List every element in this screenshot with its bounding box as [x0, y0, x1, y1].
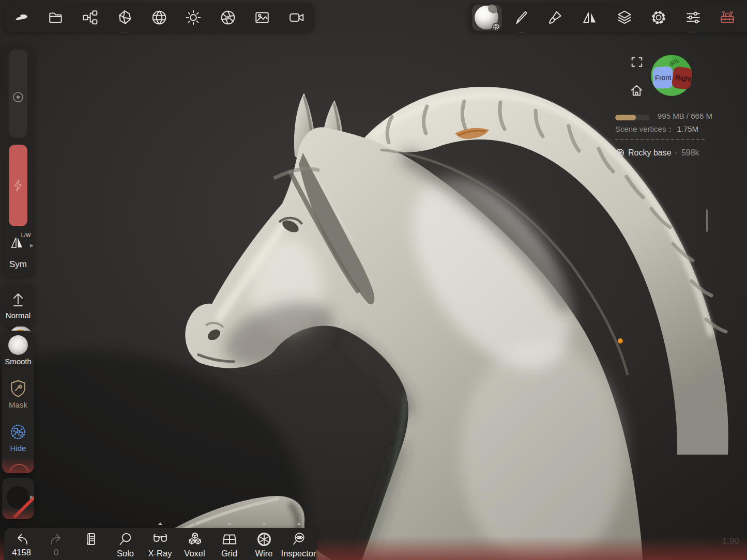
mesh-list-item[interactable]: Rocky base · 598k [615, 148, 699, 158]
redo-button[interactable]: 0 [39, 528, 73, 560]
inspector-caret [297, 522, 301, 525]
active-tool-preview-button[interactable] [469, 3, 504, 32]
toggle-voxel[interactable]: Voxel [177, 528, 212, 560]
stroke-indicator-dot [618, 338, 623, 344]
journal-button[interactable]: ... [73, 528, 108, 560]
quick-mask[interactable]: Mask [2, 374, 34, 417]
grid-label: Grid [221, 549, 237, 558]
symmetry-toggle[interactable]: L/W ▶ Sym [2, 231, 34, 272]
xray-label: X-Ray [148, 549, 172, 558]
symmetry-button[interactable] [573, 3, 607, 32]
zoom-level: 1.90 [703, 536, 739, 547]
mesh-name: Rocky base [628, 148, 672, 158]
toggle-inspector[interactable]: Inspector [281, 528, 316, 560]
journal-more-dots: ... [87, 548, 95, 550]
camera-button[interactable] [280, 3, 314, 32]
voxel-cubes-icon [187, 532, 203, 547]
intensity-bolt-icon [13, 179, 23, 192]
sliders-more-dots: ... [676, 29, 711, 32]
background-image-button[interactable] [245, 3, 280, 32]
wireframe-icon [256, 532, 272, 547]
topology-stone-icon [116, 9, 133, 26]
pencil-icon [513, 9, 529, 26]
sun-icon [185, 9, 202, 26]
intensity-slider[interactable] [9, 145, 27, 226]
matcap-sphere-icon [151, 9, 167, 26]
files-button[interactable] [39, 3, 73, 32]
symmetry-label: Sym [2, 259, 34, 270]
left-quick-tools-panel: Smooth Mask Hide [2, 331, 34, 473]
redo-icon [49, 532, 64, 546]
symmetry-triangles-icon [9, 236, 25, 250]
material-expand-arrow[interactable]: ▶ [30, 494, 34, 500]
settings-button[interactable] [642, 3, 676, 32]
radius-slider[interactable] [9, 50, 27, 137]
mesh-vertex-count: 598k [681, 148, 699, 158]
undo-count: 4158 [12, 548, 31, 557]
quick-smooth[interactable]: Smooth [2, 331, 34, 374]
mesh-icon [615, 148, 624, 158]
inspector-eye-icon [291, 532, 307, 547]
layers-button[interactable] [607, 3, 642, 32]
video-camera-icon [288, 9, 305, 26]
material-button[interactable] [142, 3, 176, 32]
xray-caret [158, 522, 162, 525]
symmetry-expand-arrow[interactable]: ▶ [30, 243, 34, 248]
mirror-icon [582, 9, 598, 26]
hud-divider [615, 139, 705, 140]
sidebar-scrollbar[interactable] [706, 209, 708, 232]
active-tool-ball-icon [475, 6, 498, 29]
solo-label: Solo [117, 549, 134, 558]
scene-graph-icon [82, 9, 98, 26]
top-right-toolbar: ... [469, 3, 747, 32]
nomad-logo-icon [12, 9, 30, 26]
normal-label: Normal [6, 311, 31, 320]
toggle-wire[interactable]: Wire [247, 528, 281, 560]
material-panel-fade [2, 508, 34, 519]
gear-icon [650, 9, 667, 26]
quick-sliders-button[interactable]: ... [676, 3, 711, 32]
material-none-panel[interactable]: ▶ [2, 478, 34, 519]
painting-button[interactable] [538, 3, 573, 32]
aperture-icon [220, 9, 236, 26]
postprocess-button[interactable] [211, 3, 246, 32]
topology-button[interactable]: ... [108, 3, 142, 32]
nav-face-front: Front [655, 73, 672, 82]
folder-icon [48, 9, 64, 26]
tool-settings-gear-badge[interactable] [492, 22, 500, 31]
fullscreen-icon[interactable] [630, 55, 644, 69]
quick-hide[interactable]: Hide [2, 417, 34, 461]
navigation-gizmo[interactable]: Top Front Right [649, 53, 694, 98]
radius-knob-icon [12, 91, 24, 103]
quick-smooth-label: Smooth [5, 357, 32, 366]
quick-hide-label: Hide [10, 444, 26, 453]
mesh-sep: · [675, 148, 678, 158]
projection-panel[interactable]: Normal [2, 284, 34, 326]
stroke-button[interactable]: ... [504, 3, 539, 32]
lighting-button[interactable] [176, 3, 211, 32]
grid-icon [221, 532, 238, 547]
scene-graph-button[interactable] [73, 3, 108, 32]
normal-arrow-icon [9, 290, 27, 308]
material-none-icon [7, 486, 29, 509]
home-view-icon[interactable] [630, 84, 644, 98]
toggle-solo[interactable]: Solo [108, 528, 143, 560]
wire-label: Wire [255, 549, 273, 558]
scene-vertices-value: 1.75M [677, 125, 698, 133]
quick-mask-label: Mask [9, 400, 27, 409]
image-icon [254, 9, 270, 26]
toolbox-button[interactable] [710, 3, 745, 32]
undo-button[interactable]: 4158 [4, 528, 39, 560]
toggle-xray[interactable]: X-Ray [143, 528, 177, 560]
app-logo-button[interactable] [4, 3, 39, 32]
stroke-more-dots: ... [504, 29, 539, 32]
grid-caret [227, 522, 232, 525]
left-panel-scroll-fade [2, 458, 34, 473]
toolbox-icon [719, 9, 736, 26]
layers-icon [616, 9, 633, 26]
scene-vertices-label: Scene vertices： [615, 125, 674, 133]
toggle-grid[interactable]: Grid [212, 528, 247, 560]
redo-count: 0 [54, 548, 58, 557]
left-slider-panel: L/W ▶ Sym [2, 45, 34, 277]
solo-magnifier-icon [118, 532, 133, 547]
